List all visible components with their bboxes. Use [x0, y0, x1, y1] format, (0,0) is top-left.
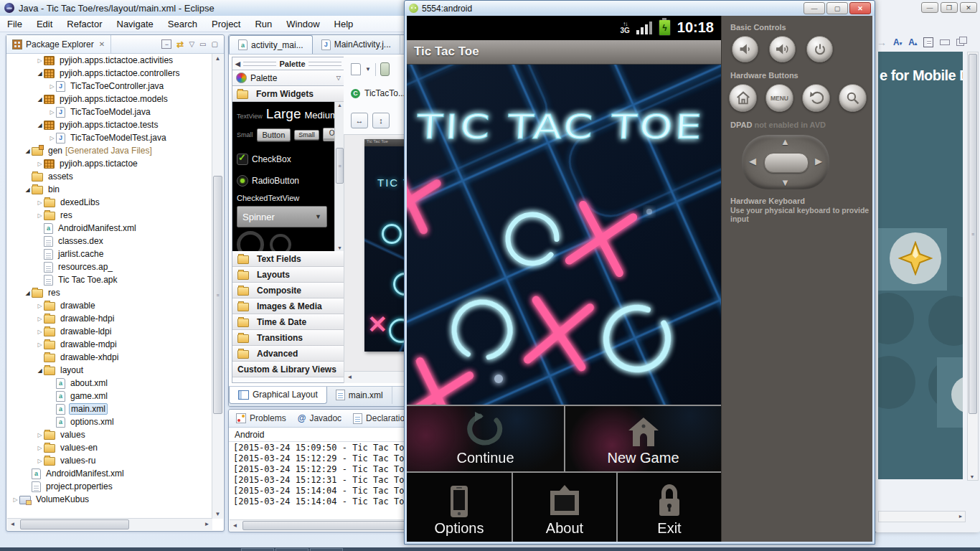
tab-declaration[interactable]: Declaration — [353, 413, 410, 424]
tab-activity-main[interactable]: a activity_mai... — [229, 35, 313, 54]
tree-item-assets[interactable]: assets — [7, 170, 212, 183]
tree-item-gen[interactable]: ◢gen [Generated Java Files] — [7, 144, 212, 157]
search-button[interactable] — [839, 84, 867, 112]
tree-item-label[interactable]: res — [47, 288, 62, 298]
close-button[interactable]: ✕ — [849, 2, 871, 14]
tree-item-label[interactable]: bin — [47, 184, 61, 194]
scroll-left-icon[interactable]: ◄ — [7, 521, 18, 527]
tree-item-label[interactable]: pyjioh.apps.tictactoe — [58, 159, 139, 169]
collapsed-twistie-icon[interactable]: ▷ — [11, 496, 19, 503]
tree-item-pyjioh-apps-tictactoe-tests[interactable]: ◢pyjioh.apps.tictactoe.tests — [7, 118, 212, 131]
menu-project[interactable]: Project — [204, 19, 248, 29]
tree-item-androidmanifest-xml[interactable]: aAndroidManifest.xml — [7, 467, 212, 480]
tree-item-label[interactable]: pyjioh.apps.tictactoe.models — [58, 94, 169, 104]
tree-item-about-xml[interactable]: aabout.xml — [7, 377, 212, 390]
minimize-button[interactable]: — — [921, 2, 938, 13]
tab-problems[interactable]: Problems — [236, 413, 286, 423]
emulator-titlebar[interactable]: 5554:android — ▢ ✕ — [405, 1, 875, 16]
expanded-twistie-icon[interactable]: ◢ — [36, 122, 44, 128]
tree-item-pyjioh-apps-tictactoe-activities[interactable]: ▷pyjioh.apps.tictactoe.activities — [7, 54, 212, 67]
tree-horizontal-scrollbar[interactable]: ◄ ► — [7, 518, 212, 530]
widget-textview-medium[interactable]: Medium — [304, 110, 337, 121]
palette-selector[interactable]: Palette ▽ — [232, 70, 344, 86]
minimize-view-icon[interactable]: ▭ — [199, 40, 206, 48]
scroll-left-icon[interactable]: ◄ — [230, 522, 240, 529]
tree-item-values-ru[interactable]: ▷values-ru — [7, 454, 212, 467]
scroll-up-icon[interactable]: ▲ — [212, 55, 223, 62]
collapsed-twistie-icon[interactable]: ▷ — [36, 303, 44, 309]
dpad-control[interactable]: ▲ ▼ ◀ ▶ — [742, 135, 829, 189]
chevron-down-icon[interactable]: ▼ — [365, 66, 371, 72]
options-button[interactable]: Options — [407, 473, 512, 542]
dpad-center-button[interactable] — [764, 153, 809, 173]
collapsed-twistie-icon[interactable]: ▷ — [48, 109, 56, 116]
collapsed-twistie-icon[interactable]: ▷ — [36, 199, 44, 206]
menu-search[interactable]: Search — [161, 19, 204, 29]
palette-category-text-fields[interactable]: Text Fields — [232, 250, 344, 267]
expanded-twistie-icon[interactable]: ◢ — [24, 187, 32, 193]
power-button[interactable] — [806, 36, 833, 62]
tree-item-tictactoecontroller-java[interactable]: ▷JTicTacToeController.java — [7, 80, 212, 93]
tree-item-bin[interactable]: ◢bin — [7, 183, 212, 196]
collapsed-twistie-icon[interactable]: ▷ — [36, 342, 44, 348]
tree-item-label[interactable]: gen — [47, 146, 64, 156]
link-editor-icon[interactable]: ⇄ — [176, 39, 184, 50]
tab-mainactivity[interactable]: J MainActivity.j... — [313, 35, 400, 54]
config-file-icon[interactable] — [351, 63, 361, 75]
tree-item-label[interactable]: classes.dex — [57, 236, 105, 246]
volume-down-button[interactable] — [732, 36, 758, 62]
menu-run[interactable]: Run — [248, 19, 279, 29]
tab-graphical-layout[interactable]: Graphical Layout — [229, 387, 327, 404]
expanded-twistie-icon[interactable]: ◢ — [36, 96, 44, 103]
tree-item-label[interactable]: values-en — [59, 443, 99, 453]
orientation-portrait-icon[interactable] — [380, 62, 390, 76]
menu-file[interactable]: File — [0, 19, 29, 29]
tree-item-pyjioh-apps-tictactoe-controllers[interactable]: ◢pyjioh.apps.tictactoe.controllers — [7, 67, 212, 80]
presentation-hscrollbar[interactable]: ► — [878, 511, 966, 522]
font-smaller-icon[interactable]: A▾ — [893, 37, 902, 47]
palette-category-layouts[interactable]: Layouts — [232, 266, 344, 283]
tree-item-tictactoemodel-java[interactable]: ▷JTicTacToeModel.java — [7, 105, 212, 118]
tree-item-pyjioh-apps-tictactoe-models[interactable]: ◢pyjioh.apps.tictactoe.models — [7, 93, 212, 105]
collapsed-twistie-icon[interactable]: ▷ — [36, 57, 44, 64]
scroll-down-icon[interactable]: ▼ — [968, 474, 976, 479]
palette-category-images-media[interactable]: Images & Media — [232, 298, 344, 314]
widget-radiobutton[interactable]: RadioButton — [252, 176, 299, 186]
tree-item-tic-tac-toe-apk[interactable]: Tic Tac Toe.apk — [7, 273, 212, 286]
tree-item-res[interactable]: ▷res — [7, 209, 212, 222]
collapsed-twistie-icon[interactable]: ▷ — [36, 161, 44, 167]
collapsed-twistie-icon[interactable]: ▷ — [36, 212, 44, 219]
palette-category-advanced[interactable]: Advanced — [232, 345, 344, 362]
widget-progressbar-large[interactable] — [237, 231, 264, 251]
widget-button[interactable]: Button — [257, 128, 291, 141]
palette-scrollbar[interactable]: ▲ ≡ ▼ — [334, 102, 344, 251]
expanded-twistie-icon[interactable]: ◢ — [24, 148, 32, 154]
close-icon[interactable]: ✕ — [99, 40, 105, 48]
widget-spinner[interactable]: Spinner ▼ — [237, 206, 327, 227]
widget-textview-small[interactable]: Small — [237, 131, 253, 138]
tab-javadoc[interactable]: @ Javadoc — [298, 413, 341, 423]
tree-item-tictactoemodeltest-java[interactable]: ▷JTicTacToeModelTest.java — [7, 131, 212, 144]
expanded-twistie-icon[interactable]: ◢ — [36, 70, 44, 77]
scroll-down-icon[interactable]: ▼ — [212, 511, 223, 517]
tree-item-label[interactable]: VolumeKubus — [34, 494, 90, 504]
tree-item-label[interactable]: project.properties — [44, 481, 114, 491]
tree-item-drawable-mdpi[interactable]: ▷drawable-mdpi — [7, 338, 212, 351]
collapse-icon[interactable] — [940, 39, 950, 45]
expanded-twistie-icon[interactable]: ◢ — [36, 367, 44, 374]
menu-button[interactable]: MENU — [765, 84, 793, 112]
game-splash-image[interactable]: TIC TAC TOE — [407, 65, 721, 405]
palette-category-composite[interactable]: Composite — [232, 282, 344, 298]
tree-item-project-properties[interactable]: project.properties — [7, 480, 212, 493]
windows-taskbar[interactable] — [0, 547, 980, 551]
home-button[interactable] — [729, 84, 757, 112]
dpad-right-icon[interactable]: ▶ — [815, 156, 822, 166]
collapsed-twistie-icon[interactable]: ▷ — [36, 445, 44, 451]
tree-item-label[interactable]: jarlist.cache — [57, 249, 105, 259]
tree-item-androidmanifest-xml[interactable]: aAndroidManifest.xml — [7, 222, 212, 235]
tab-main-xml[interactable]: main.xml — [327, 387, 392, 404]
back-button[interactable] — [802, 84, 830, 112]
tree-item-label[interactable]: game.xml — [69, 391, 109, 401]
theme-selector[interactable]: TicTacTo... — [364, 88, 405, 98]
tree-item-label[interactable]: values — [59, 430, 87, 440]
